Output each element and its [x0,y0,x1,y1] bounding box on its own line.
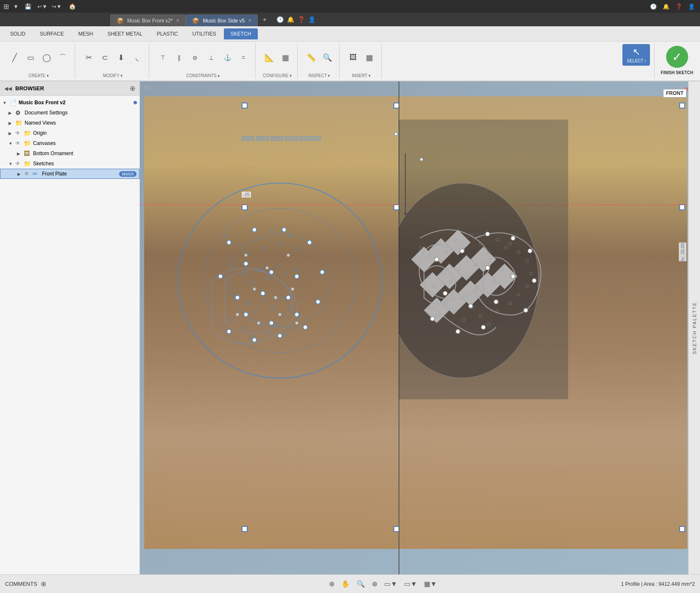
tree-expander-named-views[interactable]: ▶ [8,121,14,125]
midpoint-button[interactable]: ⊥ [204,53,219,62]
finish-sketch-button[interactable]: ✓ [666,46,688,68]
notification-bell[interactable]: 🕐 [275,16,285,23]
tree-expander-root[interactable]: ▼ [3,100,8,105]
viewport[interactable]: ▼ [140,81,700,574]
tree-expander-ornament[interactable]: ▶ [17,151,22,156]
tree-eye-origin[interactable]: 👁 [15,130,22,136]
tree-icon-ornament: 🖼 [24,150,31,157]
tree-item-named-views[interactable]: ▶ 📁 Named Views [0,118,139,128]
tree-label-named-views: Named Views [25,120,137,126]
orbit-tool-button[interactable]: ⊕ [327,579,337,589]
display2-tool-button[interactable]: ▭▼ [402,579,419,589]
svg-point-36 [244,253,248,257]
circle-button[interactable]: ◯ [39,52,54,64]
undo-button[interactable]: ↩▼ [36,3,49,11]
equal-button[interactable]: = [236,53,251,62]
tree-item-root[interactable]: ▼ 📄 Music Box Front v2 [0,97,139,108]
tab-plastic[interactable]: PLASTIC [150,28,185,39]
tab-mesh[interactable]: MESH [72,28,100,39]
notification-icon[interactable]: 🔔 [661,3,671,11]
insert-image-button[interactable]: 🖼 [346,52,361,63]
new-tab-button[interactable]: ＋ [258,15,271,24]
tree-item-doc-settings[interactable]: ▶ ⚙ Document Settings [0,108,139,118]
display3-tool-button[interactable]: ▦▼ [422,579,439,589]
save-button[interactable]: 💾 [23,3,33,11]
measure-25-label: -25 [242,192,251,198]
svg-point-40 [274,296,277,299]
fix-button[interactable]: ⚓ [220,53,235,62]
trim-button[interactable]: ✂ [81,52,96,64]
sketch-settings-button[interactable]: ▦ [278,52,293,64]
coincident-button[interactable]: ⊤ [155,53,170,62]
tree-expander-doc[interactable]: ▶ [8,111,14,115]
tree-item-front-plate[interactable]: ▶ 👁 ✏ Front Plate sketch [0,169,139,179]
insert-table-button[interactable]: ▦ [362,52,377,64]
sketch-dimension-button[interactable]: 📐 [262,52,277,64]
zoom2-tool-button[interactable]: ⊕ [370,579,379,589]
ribbon-content: ╱ ▭ ◯ ⌒ CREATE ▾ ✂ ⊂ ⬇ ◟ MODIFY ▾ ⊤ ∥ ⊚ … [0,42,700,81]
tab-close-icon[interactable]: ✕ [176,18,179,23]
svg-point-54 [261,291,265,295]
home-button[interactable]: 🏠 [66,2,78,11]
tree-expander-canvases[interactable]: ▼ [8,141,14,146]
tree-expander-front-plate[interactable]: ▶ [17,172,22,176]
finish-sketch-icon: ✓ [672,50,682,64]
tab-surface[interactable]: SURFACE [33,28,71,39]
configure-group-label[interactable]: CONFIGURE ▾ [263,72,292,78]
tree-item-canvases[interactable]: ▼ 👁 📁 Canvases [0,138,139,148]
display1-tool-button[interactable]: ▭▼ [382,579,399,589]
offset-button[interactable]: ⊂ [97,52,112,64]
insert-group-label[interactable]: INSERT ▾ [352,72,371,78]
tree-label-sketches: Sketches [33,161,137,167]
select-button[interactable]: ↖ SELECT › [622,44,650,66]
user-icon[interactable]: 👤 [686,3,697,11]
user-btn[interactable]: 👤 [307,16,317,23]
line-button[interactable]: ╱ [7,52,22,64]
measure-fx20-label: fx: 20.00 [679,242,686,261]
collinear-button[interactable]: ∥ [171,53,187,62]
tab-utilities[interactable]: UTILITIES [186,28,223,39]
tree-icon-named-views: 📁 [15,120,23,126]
comments-add-button[interactable]: ⊕ [41,580,46,588]
svg-point-66 [399,183,538,378]
modify-group-label[interactable]: MODIFY ▾ [103,72,123,78]
tab-music-box-side[interactable]: 📦 Music Box Side v5 ✕ [186,14,258,26]
grid-icon[interactable]: ⊞ [3,3,9,11]
concentric-button[interactable]: ⊚ [187,53,203,62]
help-btn[interactable]: ❓ [296,16,307,23]
project-button[interactable]: ⬇ [113,52,128,64]
tab-sheet-metal[interactable]: SHEET METAL [100,28,149,39]
tree-eye-sketches[interactable]: 👁 [15,161,22,167]
notification-bell2[interactable]: 🔔 [285,16,296,23]
pan-tool-button[interactable]: ✋ [339,579,352,589]
fillet-button[interactable]: ◟ [129,52,145,64]
file-menu[interactable]: ▼ [11,3,20,11]
tree-expander-sketches[interactable]: ▼ [8,161,14,166]
tree-eye-front-plate[interactable]: 👁 [24,171,31,177]
sketch-handle-tr [679,103,685,109]
inspect-group-label[interactable]: INSPECT ▾ [309,72,330,78]
tree-label-ornament: Bottom Ornament [33,150,137,156]
browser-add-button[interactable]: ⊕ [130,84,135,92]
tab-music-box-front[interactable]: 📦 Music Box Front v2* ✕ [110,14,186,26]
tree-eye-canvases[interactable]: 👁 [15,140,22,146]
svg-point-62 [307,240,312,245]
tree-item-bottom-ornament[interactable]: ▶ 🖼 Bottom Ornament [0,148,139,159]
rectangle-button[interactable]: ▭ [23,52,38,64]
tree-expander-origin[interactable]: ▶ [8,131,14,136]
svg-rect-19 [293,268,296,271]
arc-button[interactable]: ⌒ [55,51,70,64]
tree-item-origin[interactable]: ▶ 👁 📁 Origin [0,128,139,138]
inspect-button[interactable]: 🔍 [320,52,335,64]
help-icon[interactable]: ❓ [674,3,684,11]
zoom-tool-button[interactable]: 🔍 [354,579,367,589]
redo-button[interactable]: ↪▼ [50,3,64,11]
browser-collapse-button[interactable]: ◀◀ [4,86,12,92]
measure-button[interactable]: 📏 [304,52,319,64]
constraints-group-label[interactable]: CONSTRAINTS ▸ [186,72,220,78]
create-group-label[interactable]: CREATE ▾ [28,72,49,78]
tab-sketch[interactable]: SKETCH [224,28,258,39]
tree-item-sketches[interactable]: ▼ 👁 📁 Sketches [0,159,139,169]
tab-solid[interactable]: SOLID [3,28,32,39]
tab-close-icon[interactable]: ✕ [248,18,251,23]
